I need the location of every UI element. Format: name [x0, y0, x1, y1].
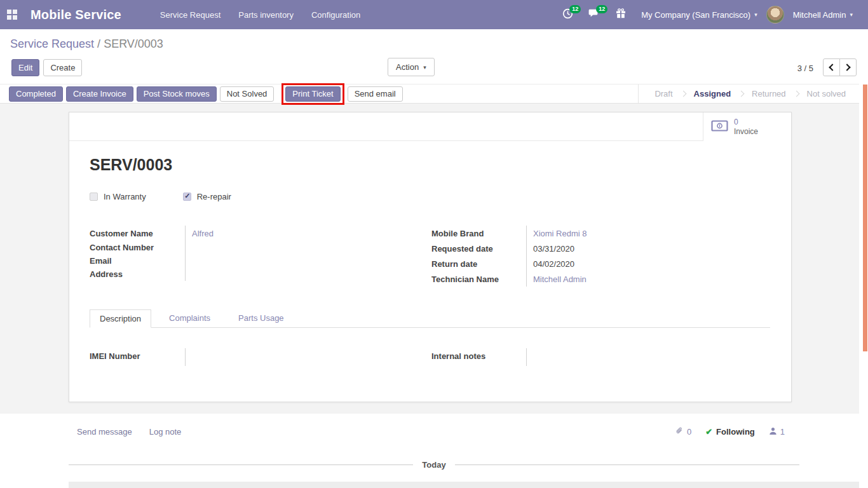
menu-parts-inventory[interactable]: Parts inventory: [237, 8, 295, 22]
invoice-count: 0: [734, 118, 758, 127]
date-divider-label: Today: [422, 460, 445, 470]
pager-value: 3 / 5: [797, 64, 813, 73]
re-repair-checkbox[interactable]: [183, 193, 191, 201]
notebook-tabs: Description Complaints Parts Usage: [90, 309, 770, 328]
statusbar-states: Draft Assigned Returned Not solved: [638, 85, 851, 103]
person-icon: [769, 427, 777, 437]
state-returned[interactable]: Returned: [752, 89, 785, 98]
state-not-solved[interactable]: Not solved: [807, 89, 846, 98]
print-ticket-button[interactable]: Print Ticket: [285, 86, 340, 102]
send-email-button[interactable]: Send email: [348, 86, 403, 102]
re-repair-label: Re-repair: [197, 192, 231, 201]
pager: [823, 58, 857, 76]
step-arrow-icon: [793, 91, 799, 97]
user-menu[interactable]: Mitchell Admin ▾: [788, 10, 858, 20]
tab-parts-usage[interactable]: Parts Usage: [228, 309, 294, 327]
apps-grid-icon[interactable]: [7, 10, 17, 20]
breadcrumb-parent[interactable]: Service Request: [10, 37, 94, 50]
technician-name-value[interactable]: Mitchell Admin: [526, 271, 771, 287]
divider-line: [69, 464, 413, 465]
log-note-link[interactable]: Log note: [149, 427, 182, 437]
messages-menu-button[interactable]: 12: [583, 4, 606, 25]
post-stock-moves-button[interactable]: Post Stock moves: [137, 86, 217, 102]
company-switcher[interactable]: My Company (San Francisco) ▾: [636, 10, 762, 20]
user-avatar[interactable]: [766, 6, 784, 24]
state-draft[interactable]: Draft: [654, 89, 672, 98]
user-name: Mitchell Admin: [793, 10, 846, 20]
create-invoice-button[interactable]: Create Invoice: [66, 86, 133, 102]
address-value: [185, 268, 410, 281]
chevron-right-icon: [843, 64, 850, 71]
statusbar: Completed Create Invoice Post Stock move…: [0, 84, 868, 104]
followers-button[interactable]: 1: [769, 427, 785, 437]
in-warranty-label: In Warranty: [104, 192, 146, 201]
stat-button-text: 0 Invoice: [734, 118, 758, 137]
mobile-brand-value[interactable]: Xiomi Redmi 8: [526, 226, 771, 241]
attachments-count: 0: [687, 427, 691, 437]
main-menus: Service Request Parts inventory Configur…: [159, 8, 362, 22]
step-arrow-icon: [738, 91, 745, 97]
chatter-toolbar: 0 ✔ Following 1: [675, 426, 785, 437]
form-sheet: 0 Invoice SERV/0003 In Warranty Re-repai…: [69, 112, 792, 402]
field-customer-name: Customer Name Alfred: [90, 226, 410, 241]
record-title: SERV/0003: [90, 156, 172, 174]
pager-next-button[interactable]: [839, 58, 857, 76]
paperclip-icon: [675, 426, 684, 437]
field-contact-number: Contact Number: [90, 241, 410, 254]
tab-complaints[interactable]: Complaints: [159, 309, 220, 327]
activity-menu-button[interactable]: 12: [556, 4, 579, 25]
money-bill-icon: [711, 120, 728, 134]
following-button[interactable]: ✔ Following: [705, 427, 755, 437]
field-technician-name: Technician Name Mitchell Admin: [431, 271, 771, 287]
highlight-annotation-box: Print Ticket: [281, 83, 344, 105]
create-button[interactable]: Create: [43, 59, 82, 76]
field-column-right: Mobile Brand Xiomi Redmi 8 Requested dat…: [431, 226, 771, 287]
field-column-left: Customer Name Alfred Contact Number Emai…: [90, 226, 410, 287]
gift-icon: [616, 8, 626, 21]
completed-button[interactable]: Completed: [9, 86, 63, 102]
message-row-partial: [69, 482, 868, 488]
attachments-button[interactable]: 0: [675, 426, 691, 437]
top-navbar: Mobile Service Service Request Parts inv…: [0, 0, 868, 29]
scrollbar-thumb[interactable]: [863, 85, 867, 351]
divider-line: [455, 464, 799, 465]
send-message-link[interactable]: Send message: [77, 427, 132, 437]
date-divider: Today: [69, 460, 799, 470]
imei-number-value: [185, 348, 410, 366]
field-imei-number: IMEI Number: [90, 348, 410, 366]
activity-badge: 12: [569, 5, 581, 13]
not-solved-button[interactable]: Not Solved: [220, 86, 275, 102]
followers-count: 1: [780, 427, 785, 437]
company-name: My Company (San Francisco): [641, 10, 750, 20]
field-address: Address: [90, 268, 410, 281]
field-internal-notes: Internal notes: [431, 348, 771, 366]
requested-date-value: 03/31/2020: [526, 241, 771, 256]
contact-number-value: [185, 241, 410, 254]
chevron-left-icon: [829, 64, 836, 71]
menu-service-request[interactable]: Service Request: [159, 8, 222, 22]
invoice-label: Invoice: [734, 127, 758, 137]
action-dropdown-button[interactable]: Action ▾: [388, 58, 435, 76]
step-arrow-icon: [680, 91, 686, 97]
chevron-down-icon: ▾: [754, 11, 757, 18]
in-warranty-checkbox[interactable]: [90, 193, 98, 201]
control-panel-buttons: Edit Create: [11, 59, 82, 76]
chevron-down-icon: ▾: [423, 64, 426, 71]
field-email: Email: [90, 254, 410, 268]
customer-name-value[interactable]: Alfred: [185, 226, 410, 241]
invoice-stat-button[interactable]: 0 Invoice: [703, 112, 791, 141]
tab-description[interactable]: Description: [90, 309, 151, 328]
odoo-app: Mobile Service Service Request Parts inv…: [0, 0, 868, 488]
scrollbar-track[interactable]: [859, 79, 868, 488]
tab-content-fields: IMEI Number Internal notes: [90, 348, 771, 366]
navbar-right: 12 12 My: [556, 4, 858, 25]
app-title[interactable]: Mobile Service: [31, 8, 121, 22]
field-group: Customer Name Alfred Contact Number Emai…: [90, 226, 771, 287]
stat-button-box: 0 Invoice: [69, 112, 791, 141]
state-assigned[interactable]: Assigned: [694, 89, 731, 98]
menu-configuration[interactable]: Configuration: [310, 8, 362, 22]
edit-button[interactable]: Edit: [11, 59, 39, 76]
pager-previous-button[interactable]: [823, 58, 840, 76]
gift-menu-button[interactable]: [609, 4, 632, 25]
chevron-down-icon: ▾: [850, 11, 853, 18]
